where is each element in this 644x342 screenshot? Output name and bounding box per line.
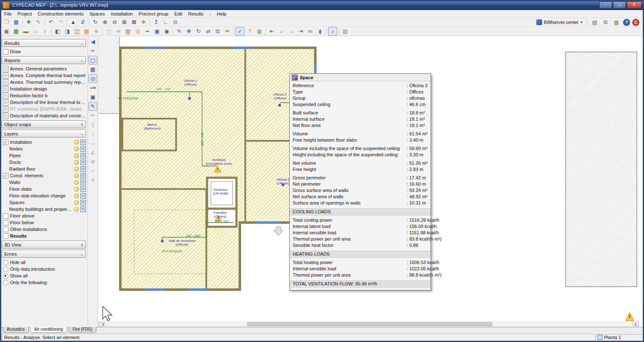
copy-tool-icon[interactable]: ⧉ (213, 27, 222, 36)
column-view-icon[interactable]: ▮ (316, 27, 325, 36)
room-label-vest-bulo[interactable]: Vestíbulo(Circulation zone) (206, 158, 232, 166)
bulb-icon[interactable] (74, 207, 79, 212)
layer-row-ducts[interactable]: Ducts (2, 159, 86, 166)
undo-icon[interactable]: ↶ (47, 18, 55, 26)
tab-air-conditioning[interactable]: Air conditioning (30, 327, 67, 333)
radio-button[interactable] (3, 267, 8, 272)
layer-row-walls[interactable]: Walls (2, 179, 86, 186)
scale-icon[interactable]: 1.00 (88, 83, 97, 92)
bulb-icon[interactable] (74, 147, 79, 151)
clipboard-icon[interactable]: ▣ (88, 93, 97, 101)
checkbox[interactable] (3, 227, 8, 232)
layer-visibility-icon[interactable] (80, 193, 86, 199)
checkbox[interactable] (3, 220, 8, 225)
tab-acoustics[interactable]: Acoustics (3, 327, 29, 333)
draw-option[interactable]: Draw (2, 48, 86, 55)
layer-row-spaces[interactable]: Spaces (2, 199, 86, 206)
query-icon[interactable]: ? (245, 27, 254, 36)
collapse-panel-icon[interactable]: ◀ (88, 37, 97, 46)
license-icon[interactable]: ▦ (612, 18, 621, 27)
error-option-show-all[interactable]: Show all (2, 272, 86, 279)
layer-visibility-icon[interactable] (80, 207, 86, 212)
report-item-pt-num-ricos-enprueba-tests[interactable]: PT numéricos (ENPRUEBA - tests) (2, 106, 86, 112)
maximize-button[interactable]: ▢ (613, 1, 626, 9)
pipe-tool-icon[interactable]: ━ (143, 27, 152, 36)
drawings-icon[interactable]: ▨ (341, 27, 350, 36)
report-item-installation-design[interactable]: Installation design (2, 86, 86, 92)
layer-row-floor-slabs[interactable]: Floor slabs (2, 186, 86, 192)
save-icon[interactable]: ▦ (12, 18, 21, 26)
error-option-hide-all[interactable]: Hide all (2, 259, 86, 266)
menu-edit[interactable]: Edit (171, 10, 185, 18)
report-item-description-of-the-linear-thermal-bridges[interactable]: Description of the linear thermal bridge… (2, 99, 86, 106)
layer-visibility-icon[interactable] (80, 166, 86, 172)
floor-indicator[interactable]: Planta 1 (595, 334, 642, 341)
tab-fire-fds[interactable]: Fire (FDS) (68, 327, 96, 333)
zoom-extents-icon[interactable]: ⊠ (130, 18, 138, 26)
bulb-icon[interactable] (74, 200, 79, 205)
radio-button[interactable] (3, 280, 8, 285)
move-horizontal-icon[interactable]: ↔ (88, 139, 97, 148)
error-list-icon[interactable]: ≔ (306, 27, 315, 36)
next-error-icon[interactable]: → (287, 27, 296, 36)
duct-tool-icon[interactable]: ═ (114, 27, 123, 36)
checkbox[interactable]: ✓ (3, 173, 8, 179)
radio-button[interactable] (3, 273, 8, 279)
edit-tool-icon[interactable]: ✎ (175, 27, 184, 36)
print-icon[interactable]: ▤ (590, 18, 599, 27)
redo-icon[interactable]: ↷ (56, 18, 65, 26)
zoom-window-icon[interactable]: ⊞ (120, 18, 129, 26)
first-error-icon[interactable]: ⇤ (267, 27, 276, 36)
bulb-icon[interactable] (74, 167, 79, 171)
zoom-out-icon[interactable]: ⊖ (110, 18, 119, 26)
report-item-annex-general-parameters[interactable]: Annex. General parameters (2, 65, 86, 72)
checkbox[interactable]: ✓ (3, 140, 8, 145)
report-item-description-of-materials-and-constructio[interactable]: Description of materials and constructio… (2, 112, 86, 119)
window-tool-icon[interactable]: ◨ (63, 27, 72, 36)
up-level-icon[interactable]: ▲ (69, 18, 78, 26)
room-label-sala-de-reuniones[interactable]: Sala de reuniones(Offices) (169, 239, 196, 246)
layer-row-floor-below[interactable]: Floor below (2, 219, 86, 226)
unit-tool-icon[interactable]: ▣ (153, 27, 161, 36)
export-view-icon[interactable]: ⧉ (601, 18, 610, 27)
project-data-icon[interactable]: ▣ (2, 27, 11, 36)
room-label-oficina-3[interactable]: Oficina 3(Offices) (276, 178, 290, 185)
node-tool-icon[interactable]: ◉ (162, 27, 171, 36)
object-snaps-header[interactable]: Object snaps ∧ (2, 120, 86, 128)
horizontal-scrollbar[interactable] (99, 321, 639, 327)
tools-icon[interactable]: ✂ (88, 47, 97, 55)
layer-row-const-elements[interactable]: ✓Const. elements (2, 172, 86, 179)
redraw-icon[interactable]: ↻ (91, 18, 100, 26)
bulb-icon[interactable] (74, 160, 79, 165)
minimize-button[interactable]: – (599, 1, 612, 9)
pan-icon[interactable]: ✥ (139, 18, 148, 26)
scroll-right-icon[interactable] (633, 322, 639, 326)
layer-visibility-icon[interactable] (80, 146, 86, 152)
results-dropdown[interactable]: Results ⌄ (2, 39, 86, 47)
angle-icon[interactable]: ∠ (88, 148, 97, 157)
report-item-annex-complete-thermal-load-report[interactable]: Annex. Complete thermal load report (2, 72, 86, 79)
room-label-oficina-1[interactable]: Oficina 1(Offices) (184, 79, 197, 86)
scrollbar-thumb[interactable] (247, 322, 492, 326)
slab-tool-icon[interactable]: ▤ (82, 27, 91, 36)
layer-visibility-icon[interactable] (80, 153, 86, 158)
layer-row-installation[interactable]: ✓Installation (2, 139, 86, 145)
ortho-icon[interactable]: ∟ (161, 18, 170, 26)
bulb-icon[interactable] (74, 140, 79, 145)
diffuser-tool-icon[interactable]: ◎ (133, 27, 142, 36)
door-tool-icon[interactable]: ◧ (53, 27, 62, 36)
menu-spaces[interactable]: Spaces (86, 10, 108, 18)
last-error-icon[interactable]: ⇥ (296, 27, 305, 36)
zoom-in-icon[interactable]: ⊕ (101, 18, 109, 26)
erase-icon[interactable]: ⊘ (88, 157, 97, 166)
reports-dropdown[interactable]: Reports ⌄ (2, 56, 86, 64)
layout-icon[interactable]: ▦ (12, 27, 21, 36)
mirror-tool-icon[interactable]: ⇄ (204, 27, 213, 36)
layer-row-radiant-floor[interactable]: Radiant floor (2, 166, 86, 172)
globe-icon[interactable]: ◍ (255, 27, 264, 36)
error-option-only-the-following[interactable]: Only the following: (2, 279, 86, 286)
layer-row-results[interactable]: Results (2, 233, 86, 239)
previous-error-icon[interactable]: ← (277, 27, 286, 36)
layer-visibility-icon[interactable] (80, 160, 86, 165)
room-label-ascensor[interactable]: Ascensor(Lift shaft) (213, 188, 228, 195)
